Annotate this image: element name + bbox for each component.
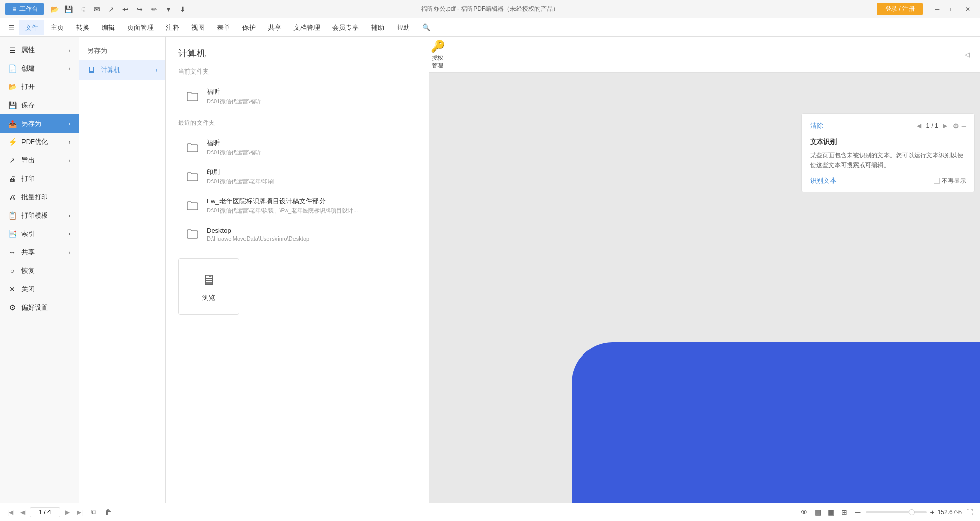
redo-icon[interactable]: ↪: [135, 4, 145, 14]
menu-item-member[interactable]: 会员专享: [326, 20, 365, 35]
properties-icon: ☰: [8, 46, 16, 54]
menu-item-annotation[interactable]: 注释: [160, 20, 185, 35]
file-menu-share[interactable]: ↔ 共享 ›: [0, 243, 79, 262]
file-menu-index[interactable]: 📑 索引 ›: [0, 225, 79, 243]
share-arrow: ›: [69, 250, 70, 255]
ocr-recognize-link[interactable]: 识别文本: [810, 176, 837, 185]
recent-folder-item-2[interactable]: Fw_老年医院标识牌项目设计稿文件部分 D:\01微信代运营\老年\软装、\Fw…: [178, 192, 416, 220]
single-page-icon[interactable]: ▤: [813, 507, 823, 517]
quick-access-icon[interactable]: ⬇: [178, 4, 188, 14]
browse-button[interactable]: 🖥 浏览: [178, 258, 239, 315]
delete-page-icon[interactable]: 🗑: [103, 507, 113, 517]
two-page-icon[interactable]: ⊞: [839, 507, 849, 517]
file-menu-left: ☰ 属性 › 📄 创建 › 📂 打开 💾 保存 📤 另存为 ›: [0, 37, 79, 521]
ocr-settings-icon[interactable]: ⚙: [950, 120, 962, 131]
menu-item-share[interactable]: 共享: [262, 20, 287, 35]
file-menu-pdf-optimize[interactable]: ⚡ PDF优化 ›: [0, 133, 79, 151]
first-page-button[interactable]: |◀: [5, 507, 15, 517]
batch-print-icon: 🖨: [8, 193, 16, 201]
undo-icon[interactable]: ↩: [120, 4, 131, 14]
print-icon[interactable]: 🖨: [78, 4, 88, 14]
save-as-icon: 📤: [8, 120, 16, 128]
annotate-icon[interactable]: ✏: [149, 4, 159, 14]
file-menu-save[interactable]: 💾 保存: [0, 96, 79, 114]
toolbar-collapse[interactable]: ◁: [965, 51, 975, 58]
print-template-arrow: ›: [69, 213, 70, 219]
zoom-slider[interactable]: [866, 511, 927, 513]
hamburger-icon[interactable]: ☰: [4, 21, 19, 34]
recent-folder-item-3[interactable]: Desktop D:\HuaweiMoveData\Users\rinro\De…: [178, 221, 416, 247]
create-icon: 📄: [8, 64, 16, 73]
copy-page-icon[interactable]: ⧉: [89, 507, 99, 517]
print-template-icon: 📋: [8, 211, 16, 220]
continuous-page-icon[interactable]: ▦: [826, 507, 836, 517]
menu-item-home[interactable]: 主页: [44, 20, 70, 35]
recover-icon: ○: [8, 267, 16, 275]
menu-item-page-mgmt[interactable]: 页面管理: [121, 20, 160, 35]
menu-item-view[interactable]: 视图: [185, 20, 211, 35]
workbench-button[interactable]: 🖥 工作台: [5, 3, 44, 15]
current-folder-label: 当前文件夹: [178, 67, 416, 76]
file-menu-save-as[interactable]: 📤 另存为 ›: [0, 114, 79, 133]
file-menu-create[interactable]: 📄 创建 ›: [0, 59, 79, 78]
menu-item-help[interactable]: 帮助: [390, 20, 416, 35]
login-button[interactable]: 登录 / 注册: [877, 3, 923, 15]
last-page-button[interactable]: ▶|: [75, 507, 85, 517]
fullscreen-icon[interactable]: ⛶: [965, 507, 975, 517]
file-menu-print[interactable]: 🖨 打印: [0, 170, 79, 188]
menu-item-protect[interactable]: 保护: [236, 20, 262, 35]
ocr-description: 某些页面包含未被识别的文本。您可以运行文本识别以便使这些文本可搜索或可编辑。: [810, 151, 966, 170]
file-menu-batch-print[interactable]: 🖨 批量打印: [0, 188, 79, 206]
ocr-clear-button[interactable]: 清除: [810, 121, 823, 130]
file-menu-recover[interactable]: ○ 恢复: [0, 262, 79, 280]
save-icon[interactable]: 💾: [63, 4, 74, 14]
menu-item-search[interactable]: 🔍: [416, 20, 436, 34]
file-menu-preferences[interactable]: ⚙ 偏好设置: [0, 298, 79, 317]
recent-folder-icon-3: [184, 226, 201, 242]
fit-page-icon[interactable]: ─: [852, 507, 863, 517]
menu-item-edit[interactable]: 编辑: [95, 20, 121, 35]
prev-page-button[interactable]: ◀: [17, 507, 28, 517]
menu-item-file[interactable]: 文件: [19, 20, 44, 35]
file-menu-export[interactable]: ↗ 导出 ›: [0, 151, 79, 170]
menu-item-forms[interactable]: 表单: [211, 20, 236, 35]
file-menu-overlay: ☰ 属性 › 📄 创建 › 📂 打开 💾 保存 📤 另存为 ›: [0, 37, 429, 521]
file-menu-print-template[interactable]: 📋 打印模板 ›: [0, 206, 79, 225]
save-file-icon: 💾: [8, 101, 16, 109]
export-icon[interactable]: ↗: [106, 4, 116, 14]
current-folder-item-0[interactable]: 福昕 D:\01微信代运营\福昕: [178, 82, 416, 110]
page-input[interactable]: [30, 507, 60, 517]
down-arrow-icon[interactable]: ▾: [163, 4, 174, 14]
next-page-button[interactable]: ▶: [62, 507, 72, 517]
close-button[interactable]: ✕: [961, 4, 975, 14]
menu-item-doc-mgmt[interactable]: 文档管理: [287, 20, 326, 35]
recent-folders-label: 最近的文件夹: [178, 119, 416, 127]
recent-folder-item-0[interactable]: 福昕 D:\01微信代运营\福昕: [178, 133, 416, 161]
menu-item-convert[interactable]: 转换: [70, 20, 95, 35]
zoom-level: 152.67%: [938, 509, 962, 516]
ocr-prev-button[interactable]: ◀: [914, 121, 924, 131]
menu-item-assist[interactable]: 辅助: [365, 20, 390, 35]
ocr-title: 文本识别: [810, 137, 966, 147]
file-menu-close[interactable]: ✕ 关闭: [0, 280, 79, 298]
index-arrow: ›: [69, 231, 70, 237]
zoom-in-icon[interactable]: +: [930, 508, 934, 516]
pdf-optimize-icon: ⚡: [8, 138, 16, 146]
recent-folder-item-1[interactable]: 印刷 D:\01微信代运营\老年\印刷: [178, 162, 416, 191]
eye-icon[interactable]: 👁: [799, 507, 810, 517]
pdf-decorative-shape: [572, 342, 980, 521]
window-controls: ─ □ ✕: [930, 4, 975, 14]
open-folder-icon[interactable]: 📂: [49, 4, 59, 14]
workbench-label: 工作台: [19, 5, 38, 13]
secondary-computer[interactable]: 🖥 计算机 ›: [79, 60, 165, 80]
file-menu-properties[interactable]: ☰ 属性 ›: [0, 41, 79, 59]
maximize-button[interactable]: □: [945, 4, 960, 14]
email-icon[interactable]: ✉: [92, 4, 102, 14]
minimize-button[interactable]: ─: [930, 4, 944, 14]
ocr-next-button[interactable]: ▶: [940, 121, 950, 131]
print-file-icon: 🖨: [8, 175, 16, 183]
ocr-no-show-checkbox[interactable]: [934, 178, 940, 184]
ocr-minimize-button[interactable]: ─: [962, 122, 966, 130]
file-menu-open[interactable]: 📂 打开: [0, 78, 79, 96]
auth-icon: 🔑: [431, 40, 445, 53]
